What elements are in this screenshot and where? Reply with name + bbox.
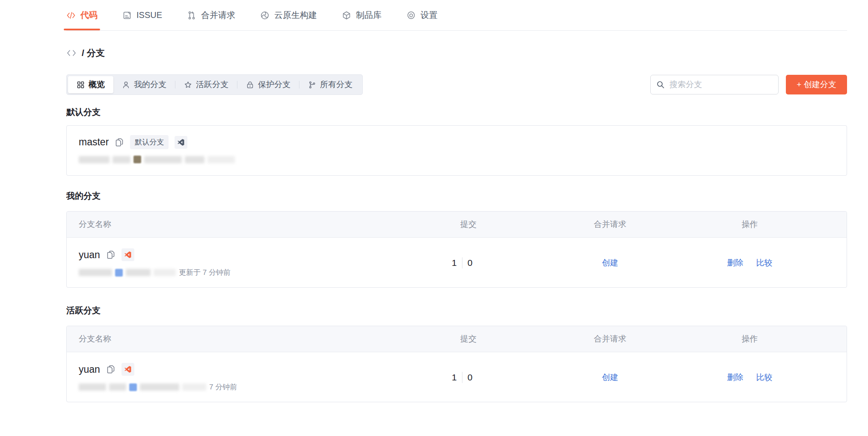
nav-tab-code[interactable]: 代码 [66, 0, 98, 30]
delete-branch-link[interactable]: 删除 [727, 257, 744, 268]
branch-search [650, 75, 779, 94]
redacted-text [113, 156, 130, 163]
redacted-text [207, 156, 235, 163]
default-branch-card: master 默认分支 [66, 125, 847, 176]
copy-branch-button[interactable] [115, 138, 124, 147]
create-branch-button[interactable]: + 创建分支 [786, 75, 847, 94]
issue-icon [122, 11, 132, 20]
redacted-text [79, 156, 110, 163]
branches-page: 代码 ISSUE 合并请求 云原生构建 制品库 设置 / 分支 [0, 0, 868, 436]
commit-counts: 1 0 [452, 257, 542, 268]
default-branch-line: master 默认分支 [79, 135, 847, 149]
nav-tab-label: 云原生构建 [274, 9, 317, 21]
view-tab-all-branches[interactable]: 所有分支 [299, 76, 361, 93]
branch-line: yuan [79, 363, 452, 376]
compare-branch-link[interactable]: 比较 [756, 372, 773, 383]
table-header: 分支名称 提交 合并请求 操作 [67, 326, 847, 352]
redacted-text [185, 156, 204, 163]
active-branches-heading: 活跃分支 [66, 305, 101, 316]
vscode-icon [177, 138, 185, 146]
view-tab-label: 概览 [89, 79, 105, 90]
cloud-build-icon [260, 11, 270, 20]
commit-counts: 1 0 [452, 372, 542, 383]
view-tab-label: 所有分支 [320, 79, 353, 90]
redacted-text [182, 383, 206, 391]
redacted-text [140, 383, 179, 391]
view-tab-label: 活跃分支 [196, 79, 228, 90]
view-tab-active-branches[interactable]: 活跃分支 [175, 76, 237, 93]
lock-icon [246, 81, 254, 89]
copy-branch-button[interactable] [106, 250, 116, 259]
code-icon [66, 11, 76, 20]
vscode-icon [124, 251, 132, 259]
merge-request-cell: 创建 [542, 372, 678, 383]
redacted-text [126, 269, 151, 276]
open-in-vscode-button[interactable] [121, 248, 134, 261]
breadcrumb: / 分支 [66, 47, 105, 59]
branch-name[interactable]: yuan [79, 249, 100, 261]
default-branch-heading: 默认分支 [66, 106, 101, 118]
view-tab-label: 保护分支 [258, 79, 290, 90]
nav-tab-issue[interactable]: ISSUE [122, 0, 162, 30]
col-merge-request: 合并请求 [542, 219, 678, 230]
star-icon [184, 81, 192, 89]
table-row: yuan 更新于 7 分钟前 1 [67, 238, 847, 288]
table-row: yuan 7 分钟前 1 [67, 352, 847, 403]
nav-tab-cloud-build[interactable]: 云原生构建 [260, 0, 317, 30]
search-icon [656, 80, 665, 89]
col-merge-request: 合并请求 [542, 333, 678, 345]
default-branch-meta [79, 156, 847, 163]
artifact-icon [342, 11, 351, 20]
view-tab-label: 我的分支 [134, 79, 166, 90]
nav-tab-merge-request[interactable]: 合并请求 [187, 0, 235, 30]
operations-cell: 删除 比较 [678, 372, 847, 383]
settings-icon [406, 11, 416, 20]
create-mr-link[interactable]: 创建 [602, 257, 618, 268]
commits-ahead: 1 [452, 372, 457, 383]
grid-icon [77, 81, 85, 89]
view-tab-protected-branches[interactable]: 保护分支 [237, 76, 299, 93]
create-mr-link[interactable]: 创建 [602, 372, 618, 383]
redacted-text [144, 156, 182, 163]
view-tab-my-branches[interactable]: 我的分支 [113, 76, 175, 93]
my-branches-heading: 我的分支 [66, 190, 101, 202]
branch-name[interactable]: master [79, 136, 109, 148]
default-branch-badge: 默认分支 [130, 135, 169, 149]
col-branch-name: 分支名称 [67, 219, 452, 230]
open-in-vscode-button[interactable] [175, 136, 187, 149]
delete-branch-link[interactable]: 删除 [727, 372, 744, 383]
view-tab-overview[interactable]: 概览 [68, 76, 113, 93]
search-input[interactable] [650, 75, 779, 94]
nav-tab-label: ISSUE [136, 10, 162, 20]
open-in-vscode-button[interactable] [121, 363, 134, 376]
branch-updated-time: 更新于 7 分钟前 [179, 268, 231, 277]
copy-branch-button[interactable] [106, 365, 116, 374]
branch-meta: 7 分钟前 [79, 382, 452, 392]
redacted-text [79, 269, 112, 276]
merge-request-icon [187, 11, 196, 20]
nav-tab-artifact[interactable]: 制品库 [342, 0, 382, 30]
breadcrumb-path: / 分支 [82, 47, 105, 59]
col-branch-name: 分支名称 [67, 333, 452, 345]
nav-tab-label: 制品库 [356, 9, 382, 21]
redacted-text [79, 383, 106, 391]
nav-tab-label: 设置 [421, 9, 438, 21]
compare-branch-link[interactable]: 比较 [756, 257, 773, 268]
commits-ahead: 1 [452, 258, 457, 268]
branch-cell: yuan 7 分钟前 [67, 363, 452, 392]
col-operations: 操作 [678, 333, 847, 345]
copy-icon [106, 365, 116, 374]
copy-icon [106, 250, 116, 259]
nav-tab-settings[interactable]: 设置 [406, 0, 438, 30]
redacted-text [109, 383, 126, 391]
branch-name[interactable]: yuan [79, 364, 100, 375]
nav-tab-label: 合并请求 [201, 9, 235, 21]
commits-behind: 0 [468, 372, 473, 383]
table-header: 分支名称 提交 合并请求 操作 [67, 212, 847, 238]
branch-meta: 更新于 7 分钟前 [79, 268, 452, 277]
col-commits: 提交 [452, 219, 542, 230]
my-branches-table: 分支名称 提交 合并请求 操作 yuan [66, 211, 847, 288]
commits-behind: 0 [468, 258, 473, 268]
avatar [115, 269, 123, 277]
operations-cell: 删除 比较 [678, 257, 847, 268]
